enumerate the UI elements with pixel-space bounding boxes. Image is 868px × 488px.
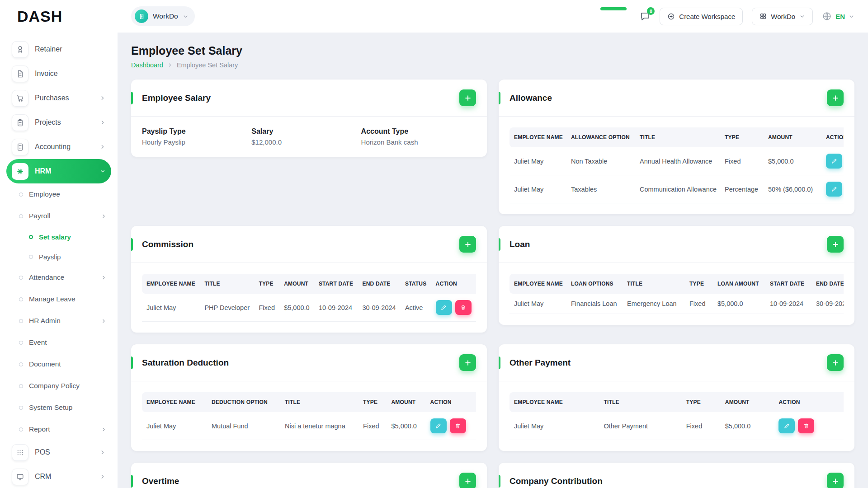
company-contribution-card: Company Contribution (499, 463, 854, 488)
field-account-type: Account Type Horizon Bank cash (361, 127, 476, 146)
allowance-table: EMPLOYEE NAME ALLOWANCE OPTION TITLE TYP… (509, 127, 844, 203)
edit-button[interactable] (778, 418, 795, 433)
table-header-row: EMPLOYEE NAME LOAN OPTIONS TITLE TYPE LO… (509, 274, 844, 294)
sidebar-item-manage-leave[interactable]: Manage Leave (6, 288, 111, 310)
sidebar-item-label: Accounting (35, 143, 71, 151)
sidebar-item-hr-admin[interactable]: HR Admin (6, 310, 111, 332)
sidebar-item-payslip[interactable]: Payslip (6, 247, 111, 267)
card-title: Saturation Deduction (142, 358, 229, 368)
workdo-menu-button[interactable]: WorkDo (752, 8, 813, 25)
cell: $5,000.0 (764, 147, 821, 175)
sidebar-item-payroll[interactable]: Payroll (6, 205, 111, 227)
edit-button[interactable] (436, 300, 452, 315)
column-header: EMPLOYEE NAME (509, 392, 599, 412)
card-title: Employee Salary (142, 93, 211, 103)
add-saturation-deduction-button[interactable] (459, 354, 476, 371)
table-row: Juliet May Taxables Communication Allowa… (509, 175, 844, 203)
column-header: TITLE (635, 127, 720, 147)
sidebar-item-retainer[interactable]: Retainer (6, 37, 111, 61)
edit-employee-salary-button[interactable] (459, 89, 476, 106)
column-header: AMOUNT (279, 274, 314, 294)
sidebar-item-accounting[interactable]: Accounting (6, 135, 111, 159)
bullet-icon (19, 427, 23, 432)
add-overtime-button[interactable] (459, 473, 476, 488)
create-workspace-button[interactable]: Create Workspace (660, 8, 743, 25)
cell: Nisi a tenetur magna (280, 412, 359, 440)
sidebar-item-projects[interactable]: Projects (6, 110, 111, 135)
sidebar-item-crm[interactable]: CRM (6, 465, 111, 488)
chevron-down-icon (183, 14, 189, 19)
plus-icon (464, 477, 472, 485)
add-loan-button[interactable] (827, 236, 844, 253)
column-header: EMPLOYEE NAME (142, 274, 200, 294)
sidebar-item-label: Payslip (39, 253, 61, 261)
add-other-payment-button[interactable] (827, 354, 844, 371)
column-header: END DATE (811, 274, 844, 294)
award-icon (12, 41, 28, 58)
sidebar-item-hrm[interactable]: HRM (6, 159, 111, 183)
workspace-switcher[interactable]: WorkDo (131, 6, 195, 26)
table-row: Juliet May PHP Developer Fixed $5,000.0 … (142, 294, 476, 322)
chevron-right-icon (167, 62, 173, 68)
sidebar-item-label: Document (29, 360, 61, 368)
sidebar-item-pos[interactable]: POS (6, 440, 111, 465)
chevron-right-icon (99, 95, 106, 101)
add-allowance-button[interactable] (827, 89, 844, 106)
bullet-icon (19, 406, 23, 410)
add-commission-button[interactable] (459, 236, 476, 253)
add-company-contribution-button[interactable] (827, 473, 844, 488)
overtime-card: Overtime (131, 463, 487, 488)
language-selector[interactable]: EN (822, 11, 854, 21)
sidebar-item-event[interactable]: Event (6, 332, 111, 353)
card-title: Loan (509, 239, 530, 249)
create-workspace-label: Create Workspace (679, 13, 735, 20)
sidebar-item-system-setup[interactable]: System Setup (6, 397, 111, 418)
card-title: Overtime (142, 476, 179, 486)
plus-icon (464, 240, 472, 249)
column-header: TYPE (720, 127, 764, 147)
trash-icon (454, 422, 461, 429)
bullet-icon (19, 276, 23, 280)
column-header: TYPE (359, 392, 387, 412)
sidebar-item-label: Attendance (29, 273, 64, 282)
edit-button[interactable] (826, 154, 842, 169)
messages-badge: 0 (647, 7, 655, 15)
page-content: Employee Set Salary Dashboard Employee S… (118, 33, 868, 488)
bullet-icon (19, 319, 23, 323)
column-header: ACTION (431, 274, 476, 294)
edit-button[interactable] (826, 182, 842, 197)
cart-icon (12, 90, 28, 107)
sidebar-item-label: Report (29, 425, 50, 433)
sidebar-item-report[interactable]: Report (6, 418, 111, 440)
bullet-icon (19, 384, 23, 388)
sidebar-item-attendance[interactable]: Attendance (6, 267, 111, 288)
sidebar-item-purchases[interactable]: Purchases (6, 86, 111, 110)
sidebar-item-label: Set salary (39, 233, 71, 241)
sidebar-item-set-salary[interactable]: Set salary (6, 227, 111, 247)
pencil-icon (831, 158, 838, 164)
edit-button[interactable] (430, 418, 447, 433)
delete-button[interactable] (450, 418, 466, 433)
field-label: Payslip Type (142, 127, 251, 136)
messages-button[interactable]: 0 (640, 11, 651, 22)
sidebar-item-invoice[interactable]: Invoice (6, 61, 111, 86)
sidebar-nav: Retainer Invoice Purchases (0, 33, 118, 488)
sidebar-item-document[interactable]: Document (6, 353, 111, 375)
card-body: EMPLOYEE NAME TITLE TYPE AMOUNT ACTION J… (499, 381, 854, 451)
delete-button[interactable] (455, 300, 472, 315)
invoice-icon (12, 66, 28, 82)
table-row: Juliet May Non Taxable Annual Health All… (509, 147, 844, 175)
sidebar-item-employee[interactable]: Employee (6, 183, 111, 205)
allowance-card: Allowance EMPLOYEE NAME ALLOWANCE OPTIO (499, 80, 854, 214)
logo[interactable]: DASH (0, 0, 118, 33)
cell: Juliet May (142, 294, 200, 322)
breadcrumb-dashboard-link[interactable]: Dashboard (131, 61, 163, 69)
topbar-right: 0 Create Workspace WorkDo (640, 8, 854, 25)
delete-button[interactable] (798, 418, 814, 433)
column-header: TITLE (280, 392, 359, 412)
sidebar-item-company-policy[interactable]: Company Policy (6, 375, 111, 397)
cell: $5,000.0 (387, 412, 425, 440)
other-payment-table-wrap: EMPLOYEE NAME TITLE TYPE AMOUNT ACTION J… (509, 392, 844, 440)
app-root: DASH Retainer Invoice Purchases (0, 0, 868, 488)
plus-icon (831, 359, 840, 367)
